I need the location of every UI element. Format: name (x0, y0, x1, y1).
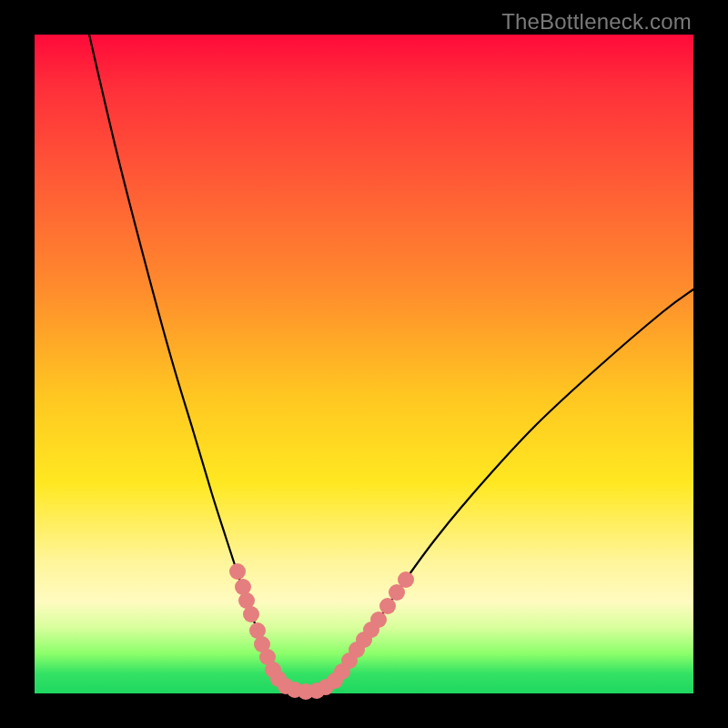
watermark-text: TheBottleneck.com (501, 9, 692, 35)
curve-svg (35, 35, 693, 693)
highlight-bead (229, 563, 246, 580)
chart-frame: TheBottleneck.com (0, 0, 728, 728)
highlight-markers (229, 563, 414, 700)
highlight-bead (379, 598, 396, 614)
highlight-bead (398, 571, 414, 588)
highlight-bead (243, 606, 259, 622)
highlight-bead (370, 612, 387, 628)
plot-area (35, 35, 693, 693)
